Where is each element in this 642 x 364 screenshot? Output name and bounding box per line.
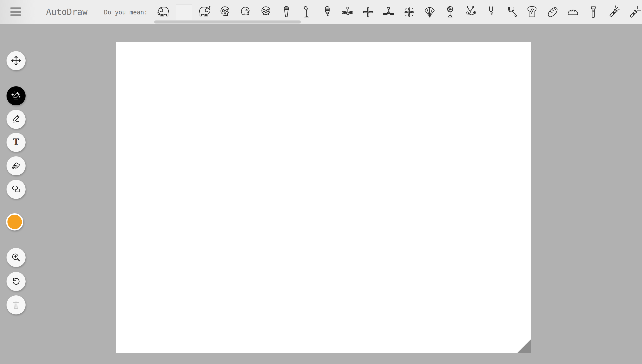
zoom-tool-button[interactable]: [6, 248, 26, 267]
suggestion-hand-fan[interactable]: [422, 4, 438, 20]
magic-pencil-icon: [10, 90, 22, 102]
flashlight-beam-icon: [607, 5, 620, 19]
suggestion-flashlight-rays[interactable]: [626, 4, 642, 20]
undo-icon: [10, 276, 22, 287]
drawing-canvas[interactable]: [116, 42, 531, 353]
type-tool-button[interactable]: T: [6, 133, 26, 152]
undo-button[interactable]: [6, 272, 26, 291]
stethoscope-icon: [464, 5, 477, 19]
microphone-stand-icon: [300, 5, 314, 19]
suggestion-elephant[interactable]: [156, 4, 172, 20]
ceiling-fan-2-icon: [382, 5, 396, 19]
shape-tool-button[interactable]: [6, 180, 26, 199]
suggestion-stethoscope-3[interactable]: [503, 4, 520, 20]
pencil-icon: [10, 114, 22, 125]
page-title: AutoDraw: [46, 7, 88, 17]
delete-button[interactable]: [6, 296, 26, 314]
fan-propeller-icon: [362, 5, 375, 19]
suggestion-ceiling-fan[interactable]: [340, 4, 356, 20]
stethoscope-2-icon: [484, 5, 498, 19]
flashlight-rays-icon: [628, 5, 641, 19]
stethoscope-3-icon: [505, 5, 518, 19]
paint-bucket-icon: [10, 160, 22, 172]
shapes-icon: [10, 184, 22, 195]
studio-microphone-icon: [320, 5, 334, 19]
pedestal-fan-icon: [443, 5, 457, 19]
suggestion-scrollbar[interactable]: [154, 20, 301, 24]
skull-icon: [218, 5, 232, 19]
suggestion-studio-microphone[interactable]: [319, 4, 336, 20]
elephant-head-icon: [177, 5, 191, 19]
suggestion-stethoscope[interactable]: [462, 4, 479, 20]
suggestion-microphone-stand[interactable]: [299, 4, 315, 20]
svg-text:T: T: [13, 137, 19, 147]
baguette-icon: [546, 5, 559, 19]
suggestion-skull[interactable]: [217, 4, 233, 20]
suggestion-table-fan[interactable]: [401, 4, 417, 20]
menu-icon[interactable]: [10, 8, 21, 16]
select-tool-button[interactable]: [6, 51, 26, 70]
fill-tool-button[interactable]: [6, 156, 26, 175]
zoom-in-icon: [10, 252, 22, 263]
elephant-trunk-up-icon: [198, 5, 211, 19]
suggestion-bread-slice[interactable]: [524, 4, 540, 20]
topbar: AutoDraw Do you mean:: [0, 0, 642, 24]
microphone-icon: [280, 5, 293, 19]
color-swatch-button[interactable]: [6, 213, 23, 230]
bread-slice-icon: [525, 5, 539, 19]
table-fan-icon: [402, 5, 416, 19]
suggestion-elephant-trunk-up[interactable]: [196, 4, 212, 20]
suggestion-prompt: Do you mean:: [104, 8, 148, 16]
flashlight-icon: [587, 5, 600, 19]
suggestion-flashlight[interactable]: [585, 4, 602, 20]
trash-icon: [10, 299, 22, 310]
hand-fan-icon: [423, 5, 436, 19]
suggestion-pedestal-fan[interactable]: [442, 4, 458, 20]
ceiling-fan-icon: [341, 5, 354, 19]
suggestion-skull-profile[interactable]: [237, 4, 254, 20]
page-corner-fold: [517, 339, 531, 353]
elephant-icon: [157, 5, 170, 19]
suggestion-bread-loaf[interactable]: [565, 4, 581, 20]
suggestion-baguette[interactable]: [544, 4, 560, 20]
suggestion-ceiling-fan-2[interactable]: [380, 4, 397, 20]
text-icon: T: [10, 137, 22, 148]
suggestion-microphone[interactable]: [278, 4, 294, 20]
suggestion-skull-grin[interactable]: [258, 4, 274, 20]
bread-loaf-icon: [566, 5, 580, 19]
suggestion-strip: [153, 4, 642, 20]
draw-tool-button[interactable]: [6, 110, 26, 129]
autodraw-tool-button[interactable]: [6, 86, 26, 105]
suggestion-fan-propeller[interactable]: [360, 4, 376, 20]
move-arrows-icon: [10, 55, 22, 66]
suggestion-elephant-head[interactable]: [176, 4, 192, 20]
suggestion-stethoscope-2[interactable]: [483, 4, 499, 20]
skull-grin-icon: [259, 5, 272, 19]
suggestion-flashlight-beam[interactable]: [606, 4, 622, 20]
elephant-head-drawing: [223, 93, 386, 268]
skull-profile-icon: [239, 5, 252, 19]
